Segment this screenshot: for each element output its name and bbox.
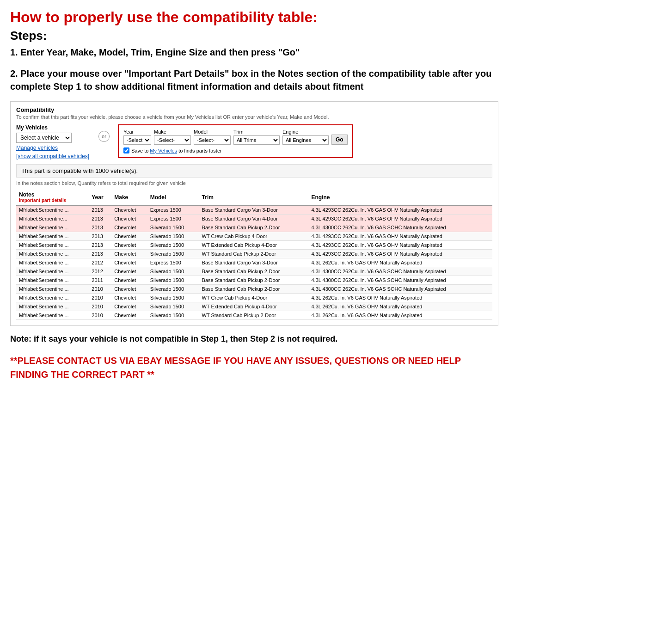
table-row: Mfrlabel:Serpentine ... 2012 Chevrolet S… bbox=[16, 267, 492, 276]
manage-vehicles-link[interactable]: Manage vehicles bbox=[16, 145, 90, 151]
year-cell: 2013 bbox=[89, 223, 111, 232]
year-cell: 2012 bbox=[89, 258, 111, 267]
engine-cell: 4.3L 4293CC 262Cu. In. V6 GAS OHV Natura… bbox=[308, 241, 492, 250]
model-cell: Express 1500 bbox=[147, 205, 199, 215]
col-year: Year bbox=[89, 190, 111, 205]
make-cell: Chevrolet bbox=[111, 311, 147, 320]
model-cell: Silverado 1500 bbox=[147, 223, 199, 232]
year-cell: 2010 bbox=[89, 294, 111, 302]
table-row: Mfrlabel:Serpentine ... 2013 Chevrolet E… bbox=[16, 205, 492, 215]
compat-table: Notes Important part details Year Make M… bbox=[16, 190, 492, 320]
engine-cell: 4.3L 4293CC 262Cu. In. V6 GAS OHV Natura… bbox=[308, 215, 492, 223]
model-cell: Silverado 1500 bbox=[147, 241, 199, 250]
trim-cell: WT Crew Cab Pickup 4-Door bbox=[199, 232, 309, 241]
model-cell: Express 1500 bbox=[147, 258, 199, 267]
trim-cell: Base Standard Cab Pickup 2-Door bbox=[199, 267, 309, 276]
notes-cell: Mfrlabel:Serpentine ... bbox=[16, 232, 89, 241]
model-label: Model bbox=[194, 129, 231, 135]
notes-cell: Mfrlabel:Serpentine ... bbox=[16, 241, 89, 250]
compat-subtitle: To confirm that this part fits your vehi… bbox=[16, 114, 492, 120]
col-engine: Engine bbox=[308, 190, 492, 205]
compat-tbody: Mfrlabel:Serpentine ... 2013 Chevrolet E… bbox=[16, 205, 492, 320]
step1-text: 1. Enter Year, Make, Model, Trim, Engine… bbox=[10, 46, 498, 59]
trim-field: Trim All Trims bbox=[233, 129, 280, 145]
notes-cell: Mfrlabel:Serpentine ... bbox=[16, 311, 89, 320]
make-label: Make bbox=[154, 129, 191, 135]
make-cell: Chevrolet bbox=[111, 302, 147, 311]
make-cell: Chevrolet bbox=[111, 205, 147, 215]
col-trim: Trim bbox=[199, 190, 309, 205]
year-cell: 2013 bbox=[89, 250, 111, 258]
model-cell: Silverado 1500 bbox=[147, 302, 199, 311]
table-row: Mfrlabel:Serpentine ... 2010 Chevrolet S… bbox=[16, 294, 492, 302]
trim-cell: Base Standard Cargo Van 3-Door bbox=[199, 205, 309, 215]
engine-cell: 4.3L 4293CC 262Cu. In. V6 GAS OHV Natura… bbox=[308, 250, 492, 258]
engine-cell: 4.3L 262Cu. In. V6 GAS OHV Naturally Asp… bbox=[308, 302, 492, 311]
notes-cell: Mfrlabel:Serpentine ... bbox=[16, 223, 89, 232]
make-cell: Chevrolet bbox=[111, 294, 147, 302]
year-select[interactable]: -Select- bbox=[123, 135, 151, 145]
save-label: Save to My Vehicles to finds parts faste… bbox=[131, 148, 222, 153]
notes-cell: Mfrlabel:Serpentine ... bbox=[16, 302, 89, 311]
model-cell: Express 1500 bbox=[147, 215, 199, 223]
trim-cell: WT Extended Cab Pickup 4-Door bbox=[199, 302, 309, 311]
trim-select[interactable]: All Trims bbox=[233, 135, 280, 145]
show-all-link[interactable]: [show all compatible vehicles] bbox=[16, 153, 90, 159]
or-circle: or bbox=[98, 131, 110, 142]
make-cell: Chevrolet bbox=[111, 276, 147, 285]
model-cell: Silverado 1500 bbox=[147, 276, 199, 285]
engine-cell: 4.3L 262Cu. In. V6 GAS OHV Naturally Asp… bbox=[308, 294, 492, 302]
notes-cell: Mfrlabel:Serpentine ... bbox=[16, 258, 89, 267]
notes-cell: Mfrlabel:Serpentine ... bbox=[16, 205, 89, 215]
trim-cell: WT Standard Cab Pickup 2-Door bbox=[199, 250, 309, 258]
save-checkbox-row: Save to My Vehicles to finds parts faste… bbox=[123, 147, 348, 153]
year-cell: 2011 bbox=[89, 276, 111, 285]
compat-top-row: My Vehicles Select a vehicle Manage vehi… bbox=[16, 124, 492, 159]
notes-cell: Mfrlabel:Serpentine ... bbox=[16, 294, 89, 302]
make-select[interactable]: -Select- bbox=[154, 135, 191, 145]
year-label: Year bbox=[123, 129, 151, 135]
note-text: Note: if it says your vehicle is not com… bbox=[10, 333, 498, 345]
make-cell: Chevrolet bbox=[111, 232, 147, 241]
notes-cell: Mfrlabel:Serpentine ... bbox=[16, 267, 89, 276]
go-button[interactable]: Go bbox=[331, 135, 348, 145]
engine-field: Engine All Engines bbox=[282, 129, 329, 145]
compat-message: This part is compatible with 1000 vehicl… bbox=[16, 164, 492, 178]
engine-cell: 4.3L 262Cu. In. V6 GAS OHV Naturally Asp… bbox=[308, 258, 492, 267]
ymm-row: Year -Select- Make -Select- Model -Selec… bbox=[123, 129, 348, 145]
model-field: Model -Select- bbox=[194, 129, 231, 145]
model-select[interactable]: -Select- bbox=[194, 135, 231, 145]
notes-cell: Mfrlabel:Serpentine... bbox=[16, 215, 89, 223]
trim-cell: WT Extended Cab Pickup 4-Door bbox=[199, 241, 309, 250]
col-notes: Notes Important part details bbox=[16, 190, 89, 205]
step2-text: 2. Place your mouse over "Important Part… bbox=[10, 67, 498, 93]
year-cell: 2012 bbox=[89, 267, 111, 276]
year-cell: 2013 bbox=[89, 215, 111, 223]
engine-cell: 4.3L 4300CC 262Cu. In. V6 GAS SOHC Natur… bbox=[308, 276, 492, 285]
vehicle-select-row: Select a vehicle bbox=[16, 133, 90, 143]
trim-cell: Base Standard Cab Pickup 2-Door bbox=[199, 285, 309, 294]
year-field: Year -Select- bbox=[123, 129, 151, 145]
trim-cell: Base Standard Cargo Van 4-Door bbox=[199, 215, 309, 223]
model-cell: Silverado 1500 bbox=[147, 267, 199, 276]
table-row: Mfrlabel:Serpentine ... 2011 Chevrolet S… bbox=[16, 276, 492, 285]
make-cell: Chevrolet bbox=[111, 241, 147, 250]
table-row: Mfrlabel:Serpentine ... 2012 Chevrolet E… bbox=[16, 258, 492, 267]
notes-cell: Mfrlabel:Serpentine ... bbox=[16, 285, 89, 294]
engine-select[interactable]: All Engines bbox=[282, 135, 329, 145]
make-field: Make -Select- bbox=[154, 129, 191, 145]
trim-cell: WT Standard Cab Pickup 2-Door bbox=[199, 311, 309, 320]
model-cell: Silverado 1500 bbox=[147, 294, 199, 302]
my-vehicles-label: My Vehicles bbox=[16, 124, 90, 131]
table-row: Mfrlabel:Serpentine ... 2010 Chevrolet S… bbox=[16, 285, 492, 294]
vehicle-select[interactable]: Select a vehicle bbox=[16, 133, 72, 143]
engine-cell: 4.3L 4293CC 262Cu. In. V6 GAS OHV Natura… bbox=[308, 205, 492, 215]
quantity-note: In the notes section below, Quantity ref… bbox=[16, 180, 492, 186]
col-make: Make bbox=[111, 190, 147, 205]
make-cell: Chevrolet bbox=[111, 285, 147, 294]
engine-label: Engine bbox=[282, 129, 329, 135]
trim-cell: Base Standard Cab Pickup 2-Door bbox=[199, 276, 309, 285]
save-checkbox[interactable] bbox=[123, 147, 129, 153]
ymm-box: Year -Select- Make -Select- Model -Selec… bbox=[118, 124, 353, 158]
table-row: Mfrlabel:Serpentine ... 2010 Chevrolet S… bbox=[16, 302, 492, 311]
